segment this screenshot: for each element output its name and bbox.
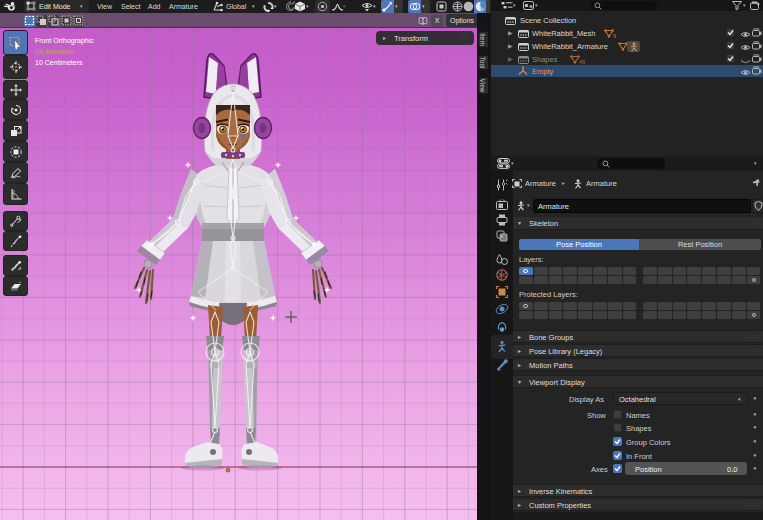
svg-text:Tool: Tool	[479, 57, 486, 69]
svg-text:Item: Item	[479, 33, 486, 46]
svg-text:View: View	[479, 79, 486, 93]
